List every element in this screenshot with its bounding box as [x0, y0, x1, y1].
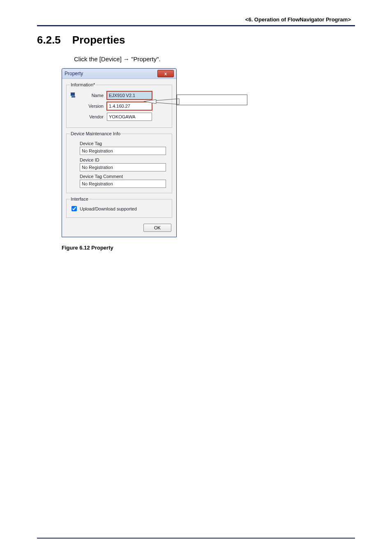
svg-rect-0 — [71, 92, 75, 96]
heading-number: 6.2.5 — [37, 34, 61, 46]
information-legend: Information* — [70, 82, 96, 87]
footer-divider — [37, 538, 355, 539]
property-dialog: Property x Information* Name EJX910 V2.1 — [62, 68, 177, 237]
version-label: Version — [79, 104, 107, 109]
name-field: EJX910 V2.1 — [107, 91, 152, 99]
instruction-text: Click the [Device] → "Property". — [74, 56, 355, 62]
name-label: Name — [79, 93, 107, 98]
section-heading: 6.2.5 Properties — [37, 34, 355, 46]
callout-box — [177, 95, 247, 105]
vendor-field: YOKOGAWA — [107, 113, 152, 121]
ok-button[interactable]: OK — [143, 224, 171, 232]
interface-legend: Interface — [70, 197, 89, 201]
vendor-label: Vendor — [79, 114, 107, 119]
version-field: 1.4.160.27 — [107, 102, 152, 110]
close-button[interactable]: x — [157, 70, 174, 77]
device-tag-field: No Registration — [80, 147, 166, 155]
dialog-titlebar: Property x — [62, 69, 176, 79]
page-header-chapter: <6. Operation of FlowNavigator Program> — [37, 16, 355, 25]
maintenance-legend: Device Maintenance Info — [70, 131, 121, 136]
interface-group: Interface Upload/Download supported — [66, 197, 172, 218]
upload-download-label: Upload/Download supported — [80, 206, 137, 211]
upload-download-checkbox[interactable] — [71, 206, 77, 211]
information-group: Information* Name EJX910 V2.1 Version 1.… — [66, 82, 172, 128]
maintenance-group: Device Maintenance Info Device Tag No Re… — [66, 131, 172, 193]
svg-rect-1 — [71, 96, 75, 97]
device-tag-comment-label: Device Tag Comment — [80, 174, 168, 179]
device-id-field: No Registration — [80, 163, 166, 171]
figure-caption: Figure 6.12 Property — [62, 245, 355, 251]
device-id-label: Device ID — [80, 157, 168, 162]
heading-title: Properties — [72, 34, 125, 46]
header-divider — [37, 25, 355, 26]
device-icon — [70, 92, 79, 99]
device-tag-comment-field: No Registration — [80, 180, 166, 188]
dialog-title: Property — [65, 71, 83, 76]
device-tag-label: Device Tag — [80, 141, 168, 146]
